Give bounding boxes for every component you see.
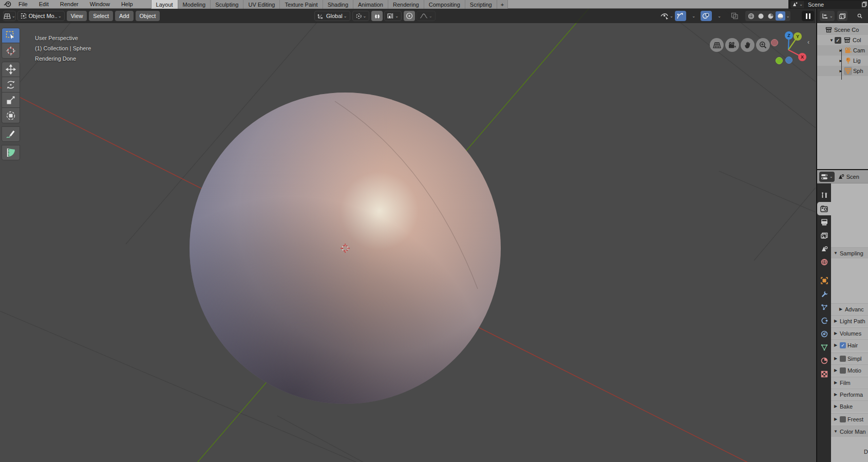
motion-blur-checkbox[interactable] bbox=[840, 367, 846, 374]
add-menu-button[interactable]: Add bbox=[115, 11, 134, 21]
section-color-management[interactable]: ▼ Color Man bbox=[831, 426, 868, 437]
transform-orientation-dropdown[interactable]: Global ⌄ bbox=[314, 11, 350, 21]
expand-arrow-icon[interactable]: ▼ bbox=[828, 38, 835, 43]
section-sampling[interactable]: ▼ Sampling bbox=[831, 247, 868, 258]
collection-checkbox[interactable]: ✓ bbox=[835, 37, 841, 44]
gizmo-dropdown[interactable]: ⌄ bbox=[688, 11, 699, 21]
tool-measure[interactable] bbox=[2, 145, 20, 160]
object-menu-button[interactable]: Object bbox=[136, 11, 160, 21]
hair-checkbox[interactable]: ✓ bbox=[840, 342, 846, 348]
blender-logo-icon[interactable] bbox=[3, 1, 13, 8]
browse-scene-button[interactable]: ⌄ bbox=[790, 1, 804, 8]
toggle-perspective-button[interactable] bbox=[710, 38, 724, 52]
tool-annotate[interactable] bbox=[2, 126, 20, 142]
tab-scripting[interactable]: Scripting bbox=[465, 0, 497, 9]
viewport-3d[interactable]: ⌄ Object Mo.. ⌄ View Select Add Object G… bbox=[0, 9, 816, 462]
scene-name-field[interactable]: Scene bbox=[805, 1, 860, 8]
outliner-row-collection[interactable]: ▼ ✓ Col bbox=[817, 35, 868, 45]
tab-modifiers[interactable] bbox=[817, 287, 831, 301]
xray-toggle[interactable] bbox=[729, 11, 741, 21]
object-visibility-dropdown[interactable]: ⌄ bbox=[661, 11, 673, 21]
shading-wireframe-button[interactable] bbox=[746, 11, 756, 21]
section-bake[interactable]: ▶ Bake bbox=[831, 400, 868, 412]
outliner-display-mode-dropdown[interactable]: ⌄ bbox=[820, 11, 835, 21]
section-simplify[interactable]: ▶ Simpl bbox=[831, 353, 868, 364]
menu-render[interactable]: Render bbox=[54, 0, 84, 8]
sphere-object[interactable] bbox=[190, 93, 501, 404]
outliner-filter-dropdown[interactable] bbox=[837, 11, 847, 21]
shading-material-button[interactable] bbox=[766, 11, 776, 21]
outliner-row-scene-collection[interactable]: Scene Co bbox=[817, 25, 868, 35]
tab-world[interactable] bbox=[817, 255, 831, 269]
tab-modeling[interactable]: Modeling bbox=[178, 0, 211, 9]
mode-selector[interactable]: Object Mo.. ⌄ bbox=[17, 11, 65, 21]
collapse-arrow-icon[interactable]: ► bbox=[838, 59, 844, 63]
tab-uv-editing[interactable]: UV Editing bbox=[243, 0, 280, 9]
freestyle-checkbox[interactable] bbox=[840, 416, 846, 422]
section-film[interactable]: ▶ Film bbox=[831, 377, 868, 388]
pause-render-button[interactable] bbox=[802, 11, 814, 21]
tab-sculpting[interactable]: Sculpting bbox=[211, 0, 243, 9]
show-gizmo-toggle[interactable] bbox=[675, 11, 686, 21]
tool-move[interactable] bbox=[2, 62, 20, 77]
tab-shading[interactable]: Shading bbox=[323, 0, 353, 9]
tab-view-layer[interactable] bbox=[817, 229, 831, 242]
gizmo-minus-x-ball[interactable] bbox=[771, 40, 778, 46]
tool-select-box[interactable] bbox=[2, 28, 20, 43]
tab-scene[interactable] bbox=[817, 242, 831, 255]
pan-view-button[interactable] bbox=[741, 38, 754, 52]
tool-rotate[interactable] bbox=[2, 77, 20, 93]
menu-edit[interactable]: Edit bbox=[33, 0, 54, 8]
tab-animation[interactable]: Animation bbox=[353, 0, 388, 9]
search-icon[interactable] bbox=[857, 13, 862, 19]
shading-rendered-button[interactable] bbox=[776, 11, 785, 21]
tab-rendering[interactable]: Rendering bbox=[388, 0, 424, 9]
menu-file[interactable]: File bbox=[13, 0, 33, 8]
new-scene-button[interactable] bbox=[861, 1, 868, 8]
tool-cursor[interactable] bbox=[2, 43, 20, 59]
gizmo-minus-y-ball[interactable] bbox=[776, 58, 783, 64]
outliner-row-camera[interactable]: ► Cam bbox=[817, 45, 868, 56]
overlays-dropdown[interactable]: ⌄ bbox=[713, 11, 725, 21]
snap-target-dropdown[interactable]: ⌄ bbox=[384, 11, 402, 21]
properties-editor-type-dropdown[interactable]: ⌄ bbox=[819, 172, 835, 182]
tab-particles[interactable] bbox=[817, 301, 831, 314]
section-volumes[interactable]: ▶ Volumes bbox=[831, 327, 868, 339]
section-hair[interactable]: ▶ ✓ Hair bbox=[831, 339, 868, 350]
tab-render[interactable] bbox=[817, 202, 831, 215]
outliner-row-light[interactable]: ► Lig bbox=[817, 56, 868, 66]
tab-object[interactable] bbox=[817, 274, 831, 287]
axis-gizmo[interactable]: Z Y X bbox=[764, 27, 814, 74]
gizmo-minus-z-ball[interactable] bbox=[786, 57, 792, 64]
tab-material[interactable] bbox=[817, 354, 831, 367]
collapse-arrow-icon[interactable]: ► bbox=[838, 48, 844, 53]
show-overlays-toggle[interactable] bbox=[701, 11, 712, 21]
add-workspace-button[interactable]: + bbox=[497, 0, 508, 9]
section-light-paths[interactable]: ▶ Light Path bbox=[831, 315, 868, 326]
tab-compositing[interactable]: Compositing bbox=[424, 0, 465, 9]
proportional-falloff-dropdown[interactable]: ⌄ bbox=[417, 11, 436, 21]
shading-solid-button[interactable] bbox=[756, 11, 766, 21]
sidebar-collapse-arrow[interactable]: ‹ bbox=[807, 39, 809, 46]
tab-texture-paint[interactable]: Texture Paint bbox=[280, 0, 323, 9]
section-performance[interactable]: ▶ Performa bbox=[831, 389, 868, 400]
tab-layout[interactable]: Layout bbox=[151, 0, 178, 9]
editor-type-selector[interactable]: ⌄ bbox=[3, 11, 16, 21]
simplify-checkbox[interactable] bbox=[840, 356, 846, 362]
tab-physics[interactable] bbox=[817, 314, 831, 327]
tab-texture[interactable] bbox=[817, 367, 831, 381]
outliner-row-sphere[interactable]: ► Sph bbox=[817, 66, 868, 76]
section-motion-blur[interactable]: ▶ Motio bbox=[831, 364, 868, 376]
collapse-arrow-icon[interactable]: ► bbox=[838, 69, 844, 73]
section-advanced[interactable]: ▶ Advanc bbox=[831, 303, 868, 315]
tool-scale[interactable] bbox=[2, 93, 20, 108]
select-menu-button[interactable]: Select bbox=[89, 11, 113, 21]
menu-window[interactable]: Window bbox=[84, 0, 116, 8]
tab-object-data[interactable] bbox=[817, 341, 831, 354]
tab-tool[interactable] bbox=[817, 189, 831, 202]
camera-view-button[interactable] bbox=[725, 38, 739, 52]
snap-toggle[interactable] bbox=[371, 11, 383, 21]
proportional-editing-toggle[interactable] bbox=[404, 11, 415, 21]
section-freestyle[interactable]: ▶ Freest bbox=[831, 413, 868, 424]
tab-constraints[interactable] bbox=[817, 327, 831, 341]
